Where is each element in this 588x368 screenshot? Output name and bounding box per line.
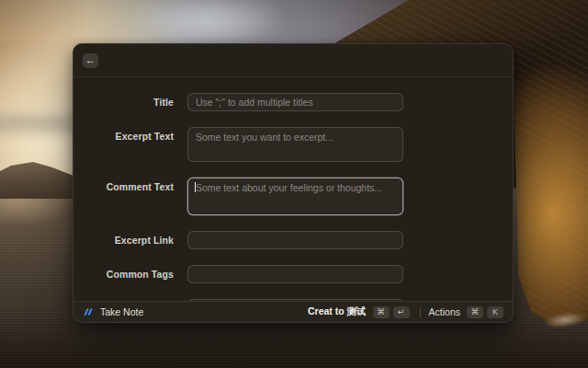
screen: ← Title Excerpt Text Comment Text xyxy=(0,0,588,368)
excerpt-text-textarea[interactable] xyxy=(187,127,403,162)
primary-action-button[interactable]: Creat to 测试 xyxy=(308,305,367,318)
excerpt-link-label: Excerpt Link xyxy=(74,235,187,246)
k-key-icon: K xyxy=(487,306,503,318)
back-button[interactable]: ← xyxy=(83,53,98,68)
window-header: ← xyxy=(74,44,513,77)
text-caret xyxy=(195,182,196,192)
enter-key-icon: ↵ xyxy=(393,306,410,318)
cmd-key-icon: ⌘ xyxy=(373,306,390,318)
common-tags-input[interactable] xyxy=(187,265,403,283)
common-tags-label: Common Tags xyxy=(74,269,187,280)
excerpt-text-label: Excerpt Text xyxy=(74,127,187,142)
take-note-logo-icon xyxy=(83,306,94,317)
excerpt-link-input[interactable] xyxy=(187,231,403,249)
title-input[interactable] xyxy=(187,93,403,111)
title-label: Title xyxy=(74,97,187,108)
actions-button[interactable]: Actions xyxy=(429,306,460,317)
form-row-common-tags: Common Tags xyxy=(74,265,513,283)
app-name: Take Note xyxy=(100,306,143,317)
comment-text-label: Comment Text xyxy=(74,178,187,192)
footer-divider xyxy=(420,307,421,317)
take-note-window: ← Title Excerpt Text Comment Text xyxy=(73,43,514,323)
form-row-excerpt-text: Excerpt Text xyxy=(74,127,513,162)
form-row-comment-text: Comment Text xyxy=(74,178,513,215)
back-arrow-icon: ← xyxy=(85,55,96,65)
form-row-excerpt-link: Excerpt Link xyxy=(74,231,513,249)
form-row-title: Title xyxy=(74,93,513,111)
partial-input[interactable] xyxy=(187,299,403,301)
cmd-key-icon: ⌘ xyxy=(467,306,483,318)
form-area: Title Excerpt Text Comment Text E xyxy=(74,77,513,301)
window-footer: Take Note Creat to 测试 ⌘ ↵ Actions ⌘ K xyxy=(74,301,513,322)
comment-text-textarea[interactable] xyxy=(187,178,403,215)
